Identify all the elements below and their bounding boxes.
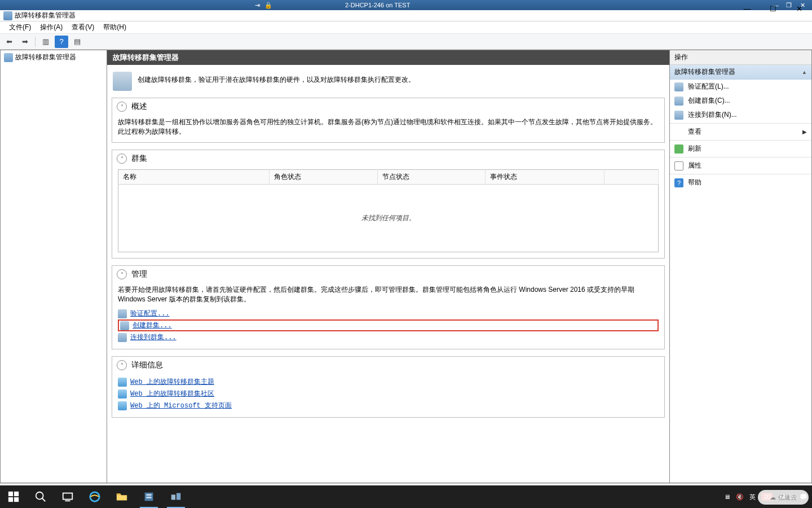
svg-rect-1 (14, 492, 19, 496)
taskbar: 🖥 🔇 英 20 14:01 💬 (0, 485, 812, 508)
web-support-link[interactable]: Web 上的 Microsoft 支持页面 (130, 401, 232, 410)
collapse-icon[interactable]: ˄ (117, 360, 127, 370)
col-node-status[interactable]: 节点状态 (377, 170, 486, 185)
collapse-icon[interactable]: ˄ (117, 269, 127, 279)
tree-root-node[interactable]: 故障转移群集管理器 (4, 52, 103, 62)
taskbar-cluster-manager[interactable] (162, 485, 189, 508)
overview-header[interactable]: ˄ 概述 (112, 98, 664, 115)
svg-rect-3 (14, 497, 19, 502)
action-view-submenu[interactable]: 查看 ▶ (670, 125, 811, 139)
show-hide-actions-button[interactable]: ▤ (70, 36, 84, 48)
details-header[interactable]: ˄ 详细信息 (112, 357, 664, 374)
menu-file[interactable]: 文件(F) (5, 21, 36, 33)
toolbar: ⬅ ➡ ▥ ? ▤ (0, 34, 812, 50)
create-cluster-icon (120, 321, 129, 330)
table-header-row: 名称 角色状态 节点状态 事件状态 (118, 170, 659, 185)
manage-header[interactable]: ˄ 管理 (112, 266, 664, 283)
watermark-label: 亿速云 (778, 493, 797, 502)
tray-volume-icon[interactable]: 🔇 (736, 493, 744, 501)
actions-title: 操作 (670, 50, 811, 65)
menu-action[interactable]: 操作(A) (36, 21, 67, 33)
action-connect-cluster[interactable]: 连接到群集(N)... (670, 108, 811, 122)
vm-pin-icon[interactable]: ⇥ (253, 2, 262, 9)
manage-section: ˄ 管理 若要开始使用故障转移群集，请首先验证硬件配置，然后创建群集。完成这些步… (112, 265, 665, 349)
search-icon (34, 491, 47, 503)
nav-back-button[interactable]: ⬅ (2, 36, 16, 48)
web-topics-link[interactable]: Web 上的故障转移群集主题 (130, 377, 214, 387)
connect-icon (674, 111, 683, 120)
show-hide-tree-button[interactable]: ▥ (39, 36, 52, 48)
actions-panel: 操作 故障转移群集管理器 ▲ 验证配置(L)... 创建群集(C)... 连接到… (670, 50, 812, 483)
action-validate-config[interactable]: 验证配置(L)... (670, 80, 811, 94)
validate-config-icon (118, 309, 127, 318)
validate-config-link-row: 验证配置... (118, 308, 659, 319)
clusters-header[interactable]: ˄ 群集 (112, 150, 664, 167)
taskbar-ie[interactable] (81, 485, 108, 508)
refresh-icon (674, 144, 683, 154)
windows-logo-icon (7, 491, 20, 503)
create-icon (674, 97, 683, 106)
action-view-label: 查看 (688, 127, 701, 137)
overview-title: 概述 (131, 102, 147, 112)
actions-separator (670, 174, 811, 174)
col-name[interactable]: 名称 (118, 170, 270, 185)
minimize-button[interactable]: — (734, 0, 760, 17)
tree-root-label: 故障转移群集管理器 (15, 52, 76, 62)
clusters-section: ˄ 群集 名称 角色状态 节点状态 事件状态 (112, 150, 665, 259)
clusters-title: 群集 (131, 154, 147, 164)
web-community-link[interactable]: Web 上的故障转移群集社区 (130, 389, 214, 398)
actions-group-label: 故障转移群集管理器 (674, 67, 735, 77)
task-view-icon (61, 491, 74, 503)
vm-title: 2-DHCP1-246 on TEST (277, 2, 766, 8)
col-spacer (604, 170, 659, 185)
web-link-icon (118, 378, 127, 387)
svg-rect-7 (65, 500, 70, 501)
action-refresh[interactable]: 刷新 (670, 142, 811, 156)
details-title: 详细信息 (131, 360, 163, 370)
content-body: 创建故障转移群集，验证用于潜在故障转移群集的硬件，以及对故障转移群集执行配置更改… (107, 65, 669, 483)
connect-cluster-link[interactable]: 连接到群集... (130, 332, 176, 342)
search-button[interactable] (27, 485, 54, 508)
tray-monitor-icon[interactable]: 🖥 (724, 493, 730, 500)
no-items-label: 未找到任何项目。 (118, 185, 659, 252)
taskbar-server-manager[interactable] (135, 485, 162, 508)
vm-pin-controls[interactable]: ⇥ 🔒 (248, 2, 277, 9)
app-icon (3, 11, 12, 20)
actions-separator (670, 140, 811, 141)
col-role-status[interactable]: 角色状态 (270, 170, 378, 185)
svg-rect-11 (146, 497, 151, 498)
action-create-cluster[interactable]: 创建群集(C)... (670, 94, 811, 108)
actions-separator (670, 123, 811, 124)
tray-ime[interactable]: 英 (749, 493, 756, 501)
validate-config-link[interactable]: 验证配置... (130, 309, 170, 318)
action-validate-label: 验证配置(L)... (688, 82, 729, 91)
action-properties-label: 属性 (688, 161, 701, 170)
action-properties[interactable]: 属性 (670, 159, 811, 173)
watermark-cloud-icon: ☁ (770, 494, 776, 501)
help-button[interactable]: ? (55, 36, 68, 48)
start-button[interactable] (0, 485, 27, 508)
menu-view[interactable]: 查看(V) (67, 21, 99, 33)
taskbar-explorer[interactable] (108, 485, 135, 508)
vm-lock-icon[interactable]: 🔒 (264, 2, 273, 9)
cluster-manager-icon (170, 491, 182, 503)
details-body: Web 上的故障转移群集主题 Web 上的故障转移群集社区 Web 上的 Mic… (112, 374, 664, 417)
svg-rect-12 (171, 494, 175, 500)
maximize-button[interactable]: ☐ (760, 0, 786, 17)
vm-title-bar: ⇥ 🔒 2-DHCP1-246 on TEST — ❐ ✕ (0, 0, 812, 10)
collapse-icon[interactable]: ˄ (117, 102, 127, 112)
close-button[interactable]: ✕ (786, 0, 812, 17)
overview-body: 故障转移群集是一组相互协作以增加服务器角色可用性的独立计算机。群集服务器(称为节… (112, 115, 664, 142)
create-cluster-link[interactable]: 创建群集... (133, 321, 172, 330)
folder-icon (116, 491, 128, 503)
collapse-icon[interactable]: ˄ (117, 154, 127, 164)
col-event-status[interactable]: 事件状态 (486, 170, 604, 185)
nav-forward-button[interactable]: ➡ (18, 36, 32, 48)
task-view-button[interactable] (54, 485, 81, 508)
web-community-link-row: Web 上的故障转移群集社区 (118, 388, 659, 400)
action-help[interactable]: ? 帮助 (670, 176, 811, 190)
menu-help[interactable]: 帮助(H) (99, 21, 131, 33)
actions-group-header[interactable]: 故障转移群集管理器 ▲ (670, 65, 811, 80)
web-support-link-row: Web 上的 Microsoft 支持页面 (118, 400, 659, 411)
web-link-icon (118, 389, 127, 398)
